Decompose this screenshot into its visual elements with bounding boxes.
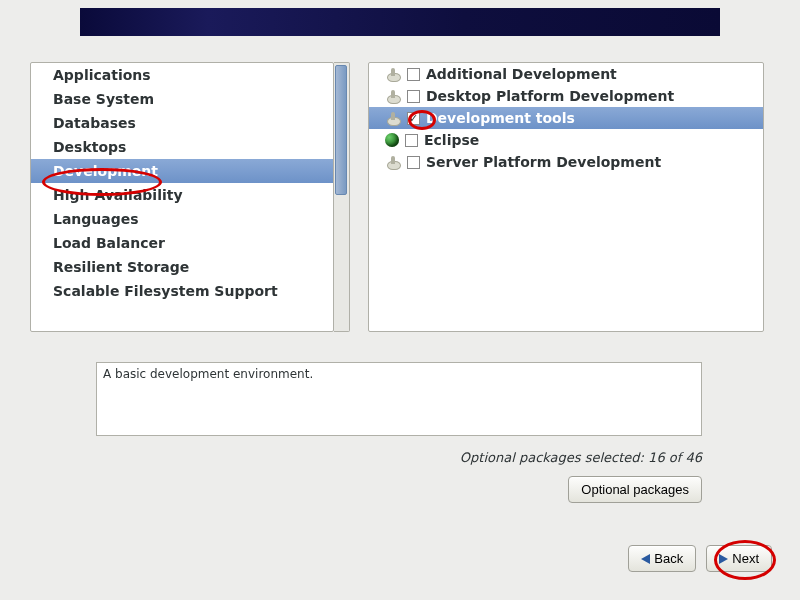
button-label: Back [654, 551, 683, 566]
group-item[interactable]: Additional Development [369, 63, 763, 85]
package-icon [385, 111, 401, 125]
group-item[interactable]: Desktop Platform Development [369, 85, 763, 107]
group-checkbox[interactable] [407, 68, 420, 81]
group-label: Server Platform Development [426, 154, 661, 170]
group-list[interactable]: Additional Development Desktop Platform … [368, 62, 764, 332]
package-icon [385, 67, 401, 81]
group-label: Additional Development [426, 66, 617, 82]
group-label: Eclipse [424, 132, 479, 148]
category-item[interactable]: Desktops [31, 135, 333, 159]
next-button[interactable]: Next [706, 545, 772, 572]
button-label: Next [732, 551, 759, 566]
category-item[interactable]: Load Balancer [31, 231, 333, 255]
category-item[interactable]: Databases [31, 111, 333, 135]
status-text: Optional packages selected: 16 of 46 [460, 450, 702, 465]
globe-icon [385, 133, 399, 147]
group-item[interactable]: Server Platform Development [369, 151, 763, 173]
category-scrollbar[interactable] [334, 62, 350, 332]
category-item[interactable]: Languages [31, 207, 333, 231]
group-item[interactable]: Eclipse [369, 129, 763, 151]
category-list[interactable]: Applications Base System Databases Deskt… [30, 62, 334, 332]
package-icon [385, 89, 401, 103]
group-checkbox[interactable] [407, 156, 420, 169]
group-checkbox[interactable] [405, 134, 418, 147]
description-box: A basic development environment. [96, 362, 702, 436]
category-item[interactable]: Resilient Storage [31, 255, 333, 279]
back-button[interactable]: Back [628, 545, 696, 572]
category-item-development[interactable]: Development [31, 159, 333, 183]
category-item[interactable]: Applications [31, 63, 333, 87]
scroll-thumb[interactable] [335, 65, 347, 195]
arrow-right-icon [719, 554, 728, 564]
package-icon [385, 155, 401, 169]
group-label: Desktop Platform Development [426, 88, 674, 104]
button-label: Optional packages [581, 482, 689, 497]
group-checkbox[interactable] [407, 90, 420, 103]
group-label: Development tools [426, 110, 575, 126]
category-item[interactable]: High Availability [31, 183, 333, 207]
group-item-development-tools[interactable]: Development tools [369, 107, 763, 129]
category-item[interactable]: Base System [31, 87, 333, 111]
optional-packages-button[interactable]: Optional packages [568, 476, 702, 503]
category-item[interactable]: Scalable Filesystem Support [31, 279, 333, 303]
arrow-left-icon [641, 554, 650, 564]
group-checkbox[interactable] [407, 112, 420, 125]
header-banner [80, 8, 720, 36]
